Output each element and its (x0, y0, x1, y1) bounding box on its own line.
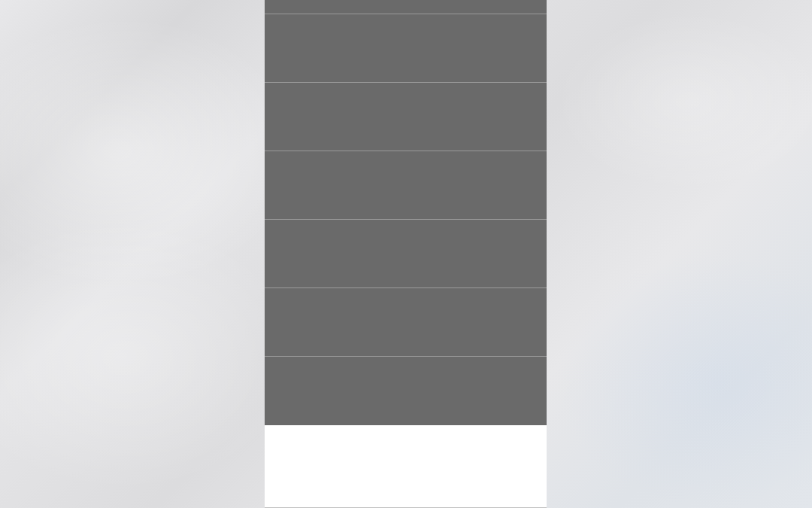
list-item[interactable] (265, 0, 547, 14)
list-item[interactable] (265, 357, 547, 425)
list-item[interactable] (265, 14, 547, 83)
list-item[interactable] (265, 220, 547, 288)
list-item[interactable] (265, 83, 547, 151)
list-item[interactable] (265, 151, 547, 220)
mobile-app-frame (265, 0, 547, 508)
bottom-section (265, 425, 547, 508)
list-item[interactable] (265, 288, 547, 357)
loading-list-container (265, 0, 547, 425)
